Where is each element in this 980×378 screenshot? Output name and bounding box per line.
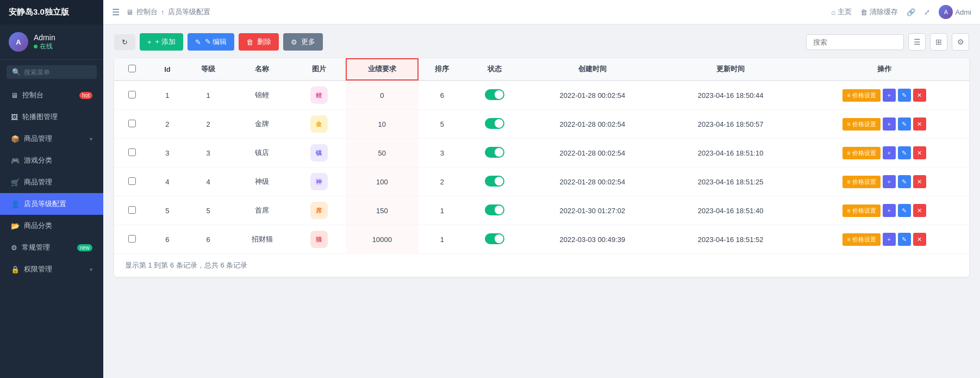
sidebar-item-dashboard[interactable]: 🖥 控制台 hot — [0, 84, 103, 106]
search-input[interactable] — [806, 34, 904, 50]
add-action-button-6[interactable]: + — [883, 233, 896, 246]
add-action-button-2[interactable]: + — [883, 117, 896, 131]
row-checkbox-6[interactable] — [128, 235, 136, 243]
sidebar-item-goods[interactable]: 🛒 商品管理 — [0, 171, 103, 193]
status-toggle-1[interactable] — [485, 89, 504, 100]
delete-action-button-2[interactable]: ✕ — [913, 117, 926, 131]
table-row: 5 5 首席 席 150 1 2022-01-30 01:27:02 2023-… — [114, 196, 969, 225]
fullscreen-button[interactable]: ⤢ — [924, 8, 930, 16]
edit-action-button-6[interactable]: ✎ — [898, 233, 911, 246]
price-settings-button-1[interactable]: ≡ 价格设置 — [842, 89, 880, 102]
game-icon: 🎮 — [11, 157, 20, 165]
th-level: 等级 — [184, 58, 232, 80]
more-button[interactable]: ⚙ 更多 — [283, 33, 323, 51]
delete-icon: 🗑 — [246, 38, 253, 46]
table-header-row: Id 等级 名称 图片 业绩要求 排序 状态 创建时间 更新时间 操作 — [114, 58, 969, 80]
breadcrumb-icon: ↑ — [161, 8, 165, 16]
td-actions: ≡ 价格设置 + ✎ ✕ — [800, 196, 969, 225]
sidebar-search-box[interactable]: 🔍 — [7, 65, 97, 79]
edit-icon: ✎ — [195, 38, 201, 46]
dashboard-breadcrumb-icon: 🖥 — [126, 8, 133, 16]
sidebar-item-general-mgmt[interactable]: ⚙ 常规管理 new — [0, 237, 103, 258]
add-action-button-3[interactable]: + — [883, 146, 896, 159]
td-status[interactable] — [466, 110, 523, 139]
status-toggle-4[interactable] — [485, 176, 504, 187]
td-performance: 50 — [346, 139, 419, 168]
table-row: 2 2 金牌 金 10 5 2022-01-28 00:02:54 2023-0… — [114, 110, 969, 139]
sidebar-search-container: 🔍 — [0, 60, 103, 84]
sidebar-item-member-level[interactable]: 👤 店员等级配置 — [0, 193, 103, 215]
sidebar-item-goods-mgmt[interactable]: 📦 商品管理 ▾ — [0, 128, 103, 150]
sidebar-item-product-category[interactable]: 📂 商品分类 — [0, 215, 103, 237]
toggle-circle — [495, 177, 503, 185]
table-row: 6 6 招财猫 猫 10000 1 2022-03-03 00:49:39 20… — [114, 225, 969, 254]
sidebar-item-game-category[interactable]: 🎮 游戏分类 — [0, 150, 103, 171]
th-image: 图片 — [292, 58, 346, 80]
settings-view-button[interactable]: ⚙ — [952, 33, 969, 51]
edit-action-button-3[interactable]: ✎ — [898, 146, 911, 159]
sidebar-item-slider[interactable]: 🖼 轮播图管理 — [0, 106, 103, 128]
topbar-icon1[interactable]: 🔗 — [907, 8, 915, 16]
hot-badge: hot — [79, 92, 92, 99]
home-link[interactable]: ⌂ 主页 — [832, 7, 852, 17]
delete-action-button-1[interactable]: ✕ — [913, 89, 926, 102]
td-created: 2022-01-30 01:27:02 — [523, 196, 661, 225]
status-toggle-3[interactable] — [485, 147, 504, 158]
edit-action-button-2[interactable]: ✎ — [898, 117, 911, 131]
td-actions: ≡ 价格设置 + ✎ ✕ — [800, 110, 969, 139]
add-action-button-5[interactable]: + — [883, 204, 896, 217]
delete-action-button-3[interactable]: ✕ — [913, 146, 926, 159]
menu-toggle-icon[interactable]: ☰ — [112, 7, 120, 17]
td-performance: 0 — [346, 80, 419, 110]
td-image: 神 — [292, 168, 346, 196]
delete-action-button-5[interactable]: ✕ — [913, 204, 926, 217]
edit-action-button-1[interactable]: ✎ — [898, 89, 911, 102]
row-checkbox-5[interactable] — [128, 206, 136, 214]
td-id: 5 — [151, 196, 184, 225]
refresh-button[interactable]: ↻ — [114, 34, 135, 50]
status-toggle-5[interactable] — [485, 205, 504, 215]
select-all-checkbox[interactable] — [128, 65, 136, 72]
td-status[interactable] — [466, 225, 523, 254]
td-status[interactable] — [466, 168, 523, 196]
chevron-down-icon-2: ▾ — [90, 267, 92, 272]
toggle-circle — [495, 90, 503, 99]
add-button[interactable]: + + 添加 — [140, 33, 183, 51]
sidebar-item-permission[interactable]: 🔒 权限管理 ▾ — [0, 258, 103, 280]
user-status: 在线 — [34, 42, 55, 51]
list-view-button[interactable]: ☰ — [908, 33, 926, 51]
add-action-button-4[interactable]: + — [883, 175, 896, 188]
td-checkbox — [114, 225, 151, 254]
edit-action-button-4[interactable]: ✎ — [898, 175, 911, 188]
td-level: 3 — [184, 139, 232, 168]
general-mgmt-icon: ⚙ — [11, 244, 17, 252]
row-checkbox-1[interactable] — [128, 91, 136, 98]
grid-view-button[interactable]: ⊞ — [930, 33, 947, 51]
clear-cache-button[interactable]: 🗑 清除缓存 — [860, 7, 898, 17]
delete-button[interactable]: 🗑 删除 — [239, 33, 279, 51]
row-checkbox-2[interactable] — [128, 120, 136, 127]
edit-action-button-5[interactable]: ✎ — [898, 204, 911, 217]
topbar-user[interactable]: A Admi — [939, 5, 971, 19]
td-image: 席 — [292, 196, 346, 225]
status-toggle-6[interactable] — [485, 233, 504, 244]
add-action-button-1[interactable]: + — [883, 89, 896, 102]
status-toggle-2[interactable] — [485, 118, 504, 129]
price-settings-button-4[interactable]: ≡ 价格设置 — [842, 176, 880, 188]
td-status[interactable] — [466, 196, 523, 225]
price-settings-button-2[interactable]: ≡ 价格设置 — [842, 118, 880, 131]
plus-icon: + — [147, 38, 152, 46]
row-checkbox-3[interactable] — [128, 148, 136, 156]
action-buttons: ≡ 价格设置 + ✎ ✕ — [806, 204, 963, 217]
price-settings-button-6[interactable]: ≡ 价格设置 — [842, 233, 880, 246]
delete-action-button-4[interactable]: ✕ — [913, 175, 926, 188]
row-checkbox-4[interactable] — [128, 177, 136, 185]
td-status[interactable] — [466, 80, 523, 110]
sidebar-search-input[interactable] — [24, 69, 91, 76]
td-status[interactable] — [466, 139, 523, 168]
delete-action-button-6[interactable]: ✕ — [913, 233, 926, 246]
price-settings-button-3[interactable]: ≡ 价格设置 — [842, 147, 880, 159]
td-id: 3 — [151, 139, 184, 168]
price-settings-button-5[interactable]: ≡ 价格设置 — [842, 205, 880, 217]
edit-button[interactable]: ✎ ✎ 编辑 — [188, 33, 235, 51]
